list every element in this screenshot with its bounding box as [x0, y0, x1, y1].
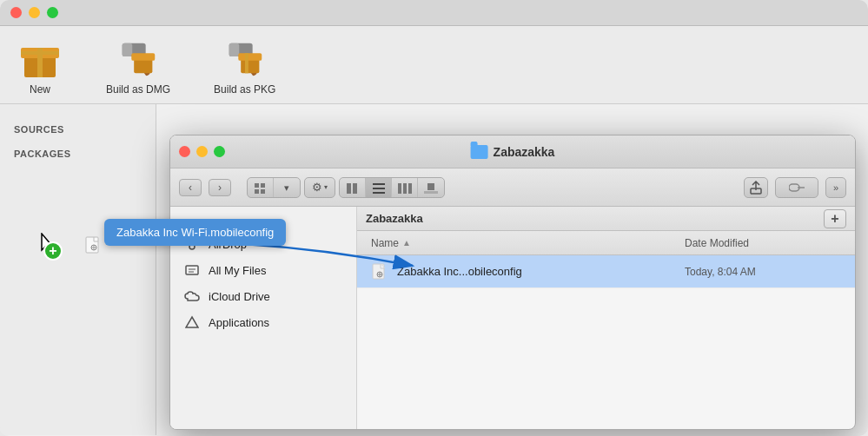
- finder-titlebar: Zabazakka: [170, 135, 855, 168]
- sidebar-icloud-drive[interactable]: iCloud Drive: [170, 283, 356, 309]
- svg-rect-24: [398, 183, 401, 194]
- svg-rect-6: [123, 43, 133, 56]
- finder-window: Zabazakka ‹ › ▾ ⚙ ▾: [169, 135, 856, 430]
- plus-badge[interactable]: +: [43, 241, 63, 261]
- build-dmg-icon: [116, 35, 161, 80]
- finder-toolbar: ‹ › ▾ ⚙ ▾: [170, 168, 855, 207]
- folder-icon: [471, 145, 488, 159]
- view-list-btn[interactable]: [366, 178, 392, 198]
- finder-close-button[interactable]: [179, 146, 190, 157]
- new-icon: [17, 35, 63, 80]
- svg-rect-18: [261, 189, 265, 194]
- gear-button[interactable]: ⚙ ▾: [304, 177, 335, 198]
- file-date: Today, 8:04 AM: [685, 266, 841, 278]
- svg-rect-41: [86, 237, 98, 253]
- view-mode-chevron[interactable]: ▾: [274, 178, 300, 198]
- sidebar-section-packages: PACKAGES: [0, 142, 156, 166]
- file-list-area: Zabazakka + Name ▲ Date Modified: [357, 207, 855, 429]
- new-button[interactable]: New: [17, 35, 63, 96]
- add-file-button[interactable]: +: [824, 209, 846, 228]
- view-2col-btn[interactable]: [340, 178, 366, 198]
- svg-rect-17: [255, 189, 259, 194]
- svg-rect-15: [255, 183, 259, 188]
- config-file-icon: [84, 235, 103, 254]
- build-dmg-label: Build as DMG: [106, 83, 170, 96]
- finder-forward-button[interactable]: ›: [209, 179, 231, 196]
- maximize-button[interactable]: [47, 7, 58, 18]
- svg-rect-8: [131, 53, 155, 61]
- sort-arrow-icon: ▲: [402, 238, 411, 248]
- minimize-button[interactable]: [29, 7, 40, 18]
- gear-chevron-icon: ▾: [324, 183, 328, 191]
- svg-rect-33: [186, 266, 198, 274]
- view-mode-group: ▾ ⚙ ▾: [247, 177, 445, 198]
- finder-maximize-button[interactable]: [214, 146, 225, 157]
- traffic-lights: [10, 7, 58, 18]
- new-label: New: [30, 83, 50, 96]
- more-button[interactable]: »: [825, 177, 846, 198]
- svg-rect-25: [403, 183, 407, 194]
- applications-icon: [184, 314, 200, 330]
- svg-rect-3: [21, 51, 59, 55]
- file-icon: [371, 263, 388, 281]
- finder-minimize-button[interactable]: [196, 146, 208, 157]
- build-pkg-icon: [222, 35, 268, 80]
- svg-rect-20: [353, 183, 357, 194]
- file-name: Zabakka Inc...obileconfig: [397, 265, 676, 278]
- close-button[interactable]: [10, 7, 22, 18]
- icloud-icon: [184, 288, 200, 304]
- build-dmg-button[interactable]: Build as DMG: [106, 35, 170, 96]
- tag-button[interactable]: [775, 177, 818, 198]
- icloud-drive-label: iCloud Drive: [209, 290, 270, 303]
- svg-rect-14: [245, 53, 248, 73]
- svg-rect-22: [373, 188, 385, 189]
- applications-label: Applications: [209, 316, 269, 329]
- header-name[interactable]: Name ▲: [371, 237, 685, 249]
- svg-rect-19: [347, 183, 351, 194]
- all-my-files-label: All My Files: [209, 264, 266, 277]
- svg-rect-11: [229, 43, 239, 56]
- sidebar-all-my-files[interactable]: All My Files: [170, 257, 356, 283]
- title-bar: [0, 0, 868, 26]
- view-cover-btn[interactable]: [418, 178, 444, 198]
- finder-back-button[interactable]: ‹: [179, 179, 202, 196]
- share-button[interactable]: [744, 177, 768, 198]
- sidebar-applications[interactable]: Applications: [170, 309, 356, 335]
- svg-rect-23: [373, 192, 385, 194]
- gear-icon: ⚙: [312, 181, 322, 194]
- svg-rect-26: [408, 183, 412, 194]
- view-icon-btn[interactable]: [248, 178, 274, 198]
- view-group-left: ▾: [247, 177, 301, 198]
- app-window: New Build as DMG: [0, 0, 868, 436]
- file-list-header: Name ▲ Date Modified: [357, 231, 855, 255]
- finder-traffic-lights: [179, 146, 225, 157]
- view-column-btn[interactable]: [392, 178, 418, 198]
- sidebar: SOURCES PACKAGES: [0, 104, 156, 435]
- build-pkg-label: Build as PKG: [214, 83, 275, 96]
- svg-rect-13: [238, 53, 262, 61]
- tooltip-balloon: Zabakka Inc Wi-Fi.mobileconfig: [104, 219, 286, 246]
- svg-rect-16: [261, 183, 265, 188]
- all-files-icon: [184, 262, 200, 278]
- toolbar: New Build as DMG: [0, 26, 868, 104]
- finder-title-text: Zabazakka: [494, 145, 555, 159]
- build-pkg-button[interactable]: Build as PKG: [214, 35, 275, 96]
- table-row[interactable]: Zabakka Inc...obileconfig Today, 8:04 AM: [357, 255, 855, 288]
- finder-title: Zabazakka: [471, 145, 555, 159]
- svg-rect-21: [373, 183, 385, 185]
- file-area-header-bar: Zabazakka +: [357, 207, 855, 231]
- svg-rect-28: [424, 191, 438, 194]
- svg-rect-27: [427, 183, 434, 190]
- header-date[interactable]: Date Modified: [685, 237, 841, 249]
- file-area-title: Zabazakka: [366, 212, 423, 225]
- view-group-right: [339, 177, 445, 198]
- sidebar-section-sources: SOURCES: [0, 117, 156, 142]
